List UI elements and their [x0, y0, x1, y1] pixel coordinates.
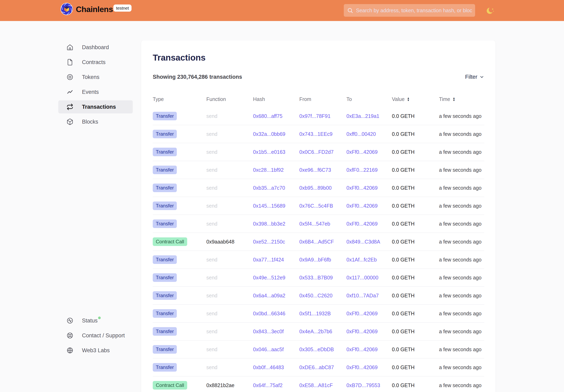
tx-hash-link[interactable]: 0x680...aff75 [253, 113, 282, 119]
tx-function: send [206, 275, 253, 281]
tx-to-link[interactable]: 0x117...00000 [346, 275, 378, 280]
table-row: Transfersend0x046...aac5f0x305...eDbDB0x… [153, 341, 484, 359]
tx-time: a few seconds ago [439, 364, 484, 370]
tx-hash-link[interactable]: 0x398...bb3e2 [253, 221, 285, 227]
tx-hash-link[interactable]: 0x0bd...66346 [253, 311, 285, 316]
tx-to-link[interactable]: 0xFf0...42069 [346, 329, 378, 334]
tx-hash-link[interactable]: 0x843...3ec0f [253, 329, 284, 334]
tx-hash-link[interactable]: 0xb0f...46483 [253, 364, 284, 370]
table-row: Transfersend0x0bd...663460x5f1...1932B0x… [153, 305, 484, 323]
sidebar-item-label: Dashboard [82, 44, 109, 51]
tx-value: 0.0 GETH [392, 221, 439, 227]
tx-to-link[interactable]: 0xff0...00420 [346, 131, 376, 137]
tx-from-link[interactable]: 0x6B4...Ad5CF [299, 239, 334, 245]
tx-to-link[interactable]: 0xFf0...42069 [346, 185, 378, 191]
transactions-card: Transactions Showing 230,764,286 transac… [141, 40, 495, 392]
tx-from-link[interactable]: 0xb95...89b00 [299, 185, 331, 191]
tx-value: 0.0 GETH [392, 382, 439, 388]
tx-hash-link[interactable]: 0x32a...0bb69 [253, 131, 285, 137]
tx-function: 0x9aaab648 [206, 239, 253, 245]
tx-to-link[interactable]: 0xB7D...79553 [346, 382, 380, 388]
tx-time: a few seconds ago [439, 329, 484, 335]
tx-time: a few seconds ago [439, 275, 484, 281]
tx-hash-link[interactable]: 0x6a4...a09a2 [253, 293, 285, 298]
tx-to-link[interactable]: 0xFf0...42069 [346, 311, 378, 316]
column-header-value[interactable]: Value▲▼ [392, 96, 439, 102]
tx-value: 0.0 GETH [392, 113, 439, 119]
tx-from-link[interactable]: 0x97f...78F91 [299, 113, 330, 119]
tx-hash-link[interactable]: 0x046...aac5f [253, 347, 284, 352]
tx-from-link[interactable]: 0x5f4...547eb [299, 221, 330, 227]
table-row: Transfersend0x49e...512e90x533...B7B090x… [153, 269, 484, 287]
tx-function: send [206, 311, 253, 317]
top-bar: Chainlens testnet [0, 0, 564, 21]
filter-label: Filter [465, 74, 477, 80]
tx-to-link[interactable]: 0xFf0...42069 [346, 149, 378, 155]
tx-from-link[interactable]: 0x4eA...2b7b6 [299, 329, 332, 334]
tx-from-link[interactable]: 0xDE6...abC87 [299, 364, 334, 370]
sidebar-item-status[interactable]: Status [58, 314, 133, 327]
tx-value: 0.0 GETH [392, 257, 439, 263]
sidebar-item-tokens[interactable]: Tokens [58, 70, 133, 84]
tx-function: send [206, 329, 253, 335]
network-badge: testnet [113, 4, 132, 12]
tx-value: 0.0 GETH [392, 149, 439, 155]
tx-from-link[interactable]: 0x0C6...FD2d7 [299, 149, 334, 155]
tx-from-link[interactable]: 0x9A9...bF6fb [299, 257, 331, 263]
tx-to-link[interactable]: 0x849...C3d8A [346, 239, 380, 245]
sidebar-item-events[interactable]: Events [58, 85, 133, 98]
sidebar-item-contracts[interactable]: Contracts [58, 56, 133, 69]
sidebar-item-web3-labs[interactable]: Web3 Labs [58, 344, 133, 357]
tx-from-link[interactable]: 0xe96...f6C73 [299, 167, 331, 173]
document-icon [67, 59, 73, 66]
status-online-dot [98, 317, 101, 319]
table-row: Transfersend0x398...bb3e20x5f4...547eb0x… [153, 215, 484, 233]
table-row: Transfersend0xa77...1f4240x9A9...bF6fb0x… [153, 251, 484, 269]
tx-hash-link[interactable]: 0x64f...75af2 [253, 382, 283, 388]
tx-function: send [206, 185, 253, 191]
tx-from-link[interactable]: 0x76C...5c4FB [299, 203, 333, 209]
tx-time: a few seconds ago [439, 113, 484, 119]
tx-from-link[interactable]: 0x450...C2620 [299, 293, 332, 298]
column-header-time[interactable]: Time▲▼ [439, 96, 484, 102]
tx-from-link[interactable]: 0x743...1EEc9 [299, 131, 332, 137]
tx-to-link[interactable]: 0xFf0...42069 [346, 347, 378, 352]
tx-to-link[interactable]: 0xFf0...42069 [346, 203, 378, 209]
search-input[interactable] [353, 8, 475, 14]
tx-to-link[interactable]: 0x1Af...fc2Eb [346, 257, 377, 263]
tx-function: send [206, 131, 253, 137]
tx-hash-link[interactable]: 0x145...15689 [253, 203, 285, 209]
sidebar-item-transactions[interactable]: Transactions [58, 100, 133, 113]
sidebar-item-blocks[interactable]: Blocks [58, 115, 133, 128]
tx-from-link[interactable]: 0x5f1...1932B [299, 311, 331, 316]
tx-from-link[interactable]: 0x305...eDbDB [299, 347, 334, 352]
dark-mode-toggle[interactable] [486, 6, 495, 15]
filter-button[interactable]: Filter [465, 74, 484, 80]
table-row: Transfersend0xb0f...464830xDE6...abC870x… [153, 359, 484, 377]
tx-hash-link[interactable]: 0xe52...2150c [253, 239, 285, 245]
sort-icon[interactable]: ▲▼ [407, 97, 410, 101]
sort-icon[interactable]: ▲▼ [453, 97, 455, 101]
tx-hash-link[interactable]: 0x49e...512e9 [253, 275, 285, 280]
tx-from-link[interactable]: 0xE58...A81cF [299, 382, 333, 388]
table-row: Contract Call0x8821b2ae0x64f...75af20xE5… [153, 377, 484, 392]
tx-hash-link[interactable]: 0x1b5...e0163 [253, 149, 285, 155]
tx-to-link[interactable]: 0xfF0...22169 [346, 167, 378, 173]
tx-hash-link[interactable]: 0xa77...1f424 [253, 257, 284, 263]
tx-type-badge: Contract Call [153, 238, 187, 246]
tx-to-link[interactable]: 0xFf0...42069 [346, 364, 378, 370]
tx-type-badge: Transfer [153, 148, 177, 156]
tx-time: a few seconds ago [439, 293, 484, 299]
sidebar-item-dashboard[interactable]: Dashboard [58, 41, 133, 54]
tx-value: 0.0 GETH [392, 239, 439, 245]
tx-hash-link[interactable]: 0xc28...1bf92 [253, 167, 284, 173]
tx-to-link[interactable]: 0xf10...7ADa7 [346, 293, 379, 298]
global-search [344, 4, 475, 17]
tx-to-link[interactable]: 0xFf0...42069 [346, 221, 378, 227]
tx-hash-link[interactable]: 0xb35...a7c70 [253, 185, 285, 191]
status-pulse-icon [67, 317, 73, 324]
sidebar-item-contact-support[interactable]: Contact / Support [58, 329, 133, 342]
tx-from-link[interactable]: 0x533...B7B09 [299, 275, 333, 280]
tx-to-link[interactable]: 0xE3a...219a1 [346, 113, 379, 119]
chainlens-logo[interactable]: Chainlens [60, 3, 113, 16]
